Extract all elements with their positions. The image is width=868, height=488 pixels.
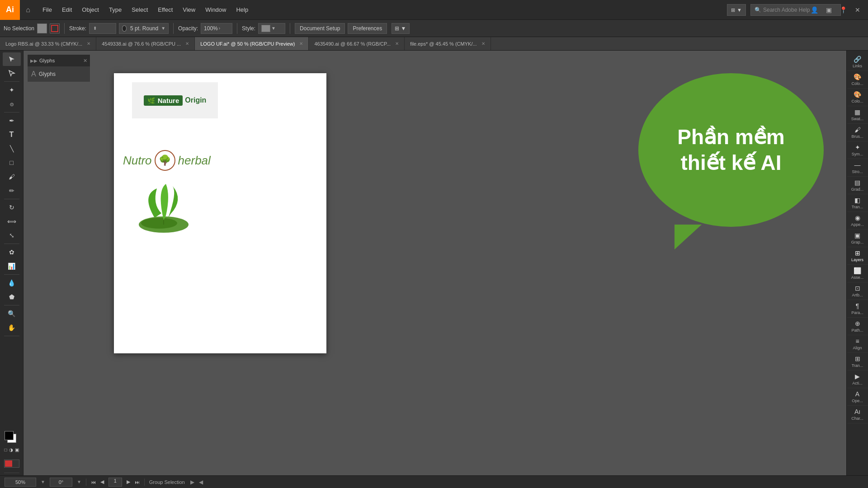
symbol-spray-tool[interactable]: ✿	[3, 245, 21, 259]
menu-items: File Edit Object Type Select Effect View…	[38, 0, 253, 20]
panel-character[interactable]: Aı Char...	[847, 406, 868, 423]
magic-wand-tool[interactable]: ✦	[3, 83, 21, 97]
style-dropdown[interactable]: ▼	[258, 23, 285, 34]
panel-paragraph[interactable]: ¶ Para...	[847, 300, 868, 318]
scale-tool[interactable]: ⤡	[3, 229, 21, 242]
fill-color-fg[interactable]	[5, 431, 14, 440]
tab-1[interactable]: Logo RBS.ai @ 33.33 % (CMYK/... ✕	[0, 37, 96, 50]
menu-help[interactable]: Help	[231, 0, 253, 20]
no-fill-icon[interactable]: □	[4, 447, 7, 452]
panel-transform[interactable]: ⊞ Tran...	[847, 353, 868, 371]
nav-last-btn[interactable]: ⏭	[135, 479, 140, 485]
panel-actions[interactable]: ▶ Acti...	[847, 371, 868, 388]
close-icon[interactable]: ✕	[851, 3, 864, 17]
tab-2-close[interactable]: ✕	[185, 41, 189, 46]
type-tool[interactable]: T	[3, 128, 21, 141]
bubble-line2: thiết kế AI	[677, 150, 784, 176]
status-bar: 50% ▼ 0° ▼ ⏮ ◀ 1 ▶ ⏭ Group Selection ▶ ◀	[0, 475, 868, 488]
angle-display[interactable]: 0°	[50, 478, 72, 487]
panel-symbols[interactable]: ✦ Sym...	[847, 141, 868, 159]
nav-first-btn[interactable]: ⏮	[91, 479, 96, 485]
fill-color-swatch[interactable]	[37, 23, 47, 33]
stroke-style-dropdown[interactable]: 5 pt. Round ▼	[119, 23, 169, 34]
opacity-input[interactable]: 100% ›	[201, 23, 232, 34]
reflect-tool[interactable]: ⟺	[3, 215, 21, 228]
tab-4-close[interactable]: ✕	[395, 41, 399, 46]
menu-window[interactable]: Window	[201, 0, 231, 20]
tab-4[interactable]: 4635490.ai @ 66.67 % (RGB/CP... ✕	[309, 37, 405, 50]
menu-object[interactable]: Object	[77, 0, 104, 20]
transparency-icon: ◧	[854, 197, 860, 204]
panel-layers[interactable]: ⊞ Layers	[847, 247, 868, 265]
menu-view[interactable]: View	[178, 0, 200, 20]
menu-type[interactable]: Type	[104, 0, 126, 20]
blend-tool[interactable]: ⬟	[3, 290, 21, 304]
panel-opentype[interactable]: A Ope...	[847, 388, 868, 406]
pen-tool[interactable]: ✒	[3, 114, 21, 127]
direct-selection-tool[interactable]	[3, 66, 21, 80]
stroke-swatch[interactable]	[50, 23, 60, 33]
group-selection-arrow[interactable]: ▶	[190, 479, 194, 485]
gradient-icon[interactable]: ▣	[15, 447, 19, 452]
tab-5[interactable]: file.eps* @ 45.45 % (CMYK/... ✕	[405, 37, 491, 50]
paintbrush-tool[interactable]: 🖌	[3, 170, 21, 183]
menu-file[interactable]: File	[38, 0, 57, 20]
profile-icon[interactable]: 👤	[807, 3, 821, 17]
color-icon[interactable]: ◑	[9, 447, 13, 452]
panel-links[interactable]: 🔗 Links	[847, 53, 868, 71]
eyedropper-tool[interactable]: 💧	[3, 276, 21, 290]
column-graph-tool[interactable]: 📊	[3, 259, 21, 273]
zoom-display[interactable]: 50%	[5, 478, 36, 487]
preferences-btn[interactable]: Preferences	[348, 23, 387, 34]
stroke-weight-input[interactable]: ⬍	[89, 23, 116, 34]
lasso-tool[interactable]: ⌾	[3, 97, 21, 111]
fill-stroke-colors[interactable]	[5, 431, 19, 446]
panel-align[interactable]: ≡ Align	[847, 335, 868, 353]
tab-3[interactable]: LOGO UF.ai* @ 50 % (RGB/CPU Preview) ✕	[195, 37, 309, 50]
selection-tool[interactable]	[3, 52, 21, 66]
panel-gradient[interactable]: ▤ Grad...	[847, 177, 868, 194]
glyphs-collapse-btn[interactable]: ▶▶	[30, 58, 38, 63]
workspace-btn[interactable]: ⊞ ▼	[727, 4, 746, 16]
color-preview-bars[interactable]	[4, 456, 19, 468]
panel-pathfinder[interactable]: ⊕ Path...	[847, 318, 868, 335]
panel-artboards[interactable]: ⊡ Artb...	[847, 282, 868, 300]
tab-1-close[interactable]: ✕	[87, 41, 90, 46]
line-tool[interactable]: ╲	[3, 142, 21, 155]
shape-tool[interactable]: □	[3, 156, 21, 169]
hand-tool[interactable]: ✋	[3, 321, 21, 334]
panel-appearance[interactable]: ◉ Appe...	[847, 212, 868, 230]
speech-bubble: Phần mềm thiết kế AI	[638, 73, 833, 249]
panel-color[interactable]: 🎨 Colo...	[847, 71, 868, 89]
tab-5-close[interactable]: ✕	[481, 41, 485, 46]
layers-icon: ⊞	[855, 249, 860, 257]
panel-assets[interactable]: ⬜ Asse...	[847, 265, 868, 282]
panel-brushes[interactable]: 🖌 Brus...	[847, 124, 868, 141]
panel-swatches[interactable]: ▦ Swat...	[847, 106, 868, 124]
menu-select[interactable]: Select	[127, 0, 152, 20]
gradient-icon-strip: ▤	[854, 179, 860, 186]
glyphs-close-btn[interactable]: ✕	[83, 58, 87, 64]
menu-effect[interactable]: Effect	[153, 0, 177, 20]
panel-color2[interactable]: 🎨 Colo...	[847, 89, 868, 106]
location-icon[interactable]: 📍	[836, 3, 850, 17]
home-icon[interactable]: ⌂	[20, 0, 36, 20]
group-selection-expand[interactable]: ◀	[199, 479, 203, 485]
rotate-tool[interactable]: ↻	[3, 201, 21, 214]
panel-transparency[interactable]: ◧ Tran...	[847, 194, 868, 212]
menu-edit[interactable]: Edit	[57, 0, 76, 20]
tab-3-close[interactable]: ✕	[299, 41, 303, 46]
panel-stroke[interactable]: — Stro...	[847, 159, 868, 177]
panel-graphic-styles[interactable]: ▣ Grap...	[847, 230, 868, 247]
arrange-icon[interactable]: ▣	[822, 3, 835, 17]
nav-next-btn[interactable]: ▶	[127, 479, 130, 485]
canvas-area[interactable]: ▶▶ Glyphs ✕ A Glyphs 🌿 Nature Origin	[24, 51, 846, 488]
zoom-tool[interactable]: 🔍	[3, 307, 21, 320]
arrange-btn[interactable]: ⊞ ▼	[392, 23, 410, 34]
page-number-input[interactable]: 1	[108, 478, 122, 487]
tool-sep-4	[4, 244, 19, 244]
nav-prev-btn[interactable]: ◀	[100, 479, 104, 485]
document-setup-btn[interactable]: Document Setup	[295, 23, 345, 34]
pencil-tool[interactable]: ✏	[3, 184, 21, 197]
tab-2[interactable]: 4549338.ai @ 76.6 % (RGB/CPU ... ✕	[96, 37, 195, 50]
